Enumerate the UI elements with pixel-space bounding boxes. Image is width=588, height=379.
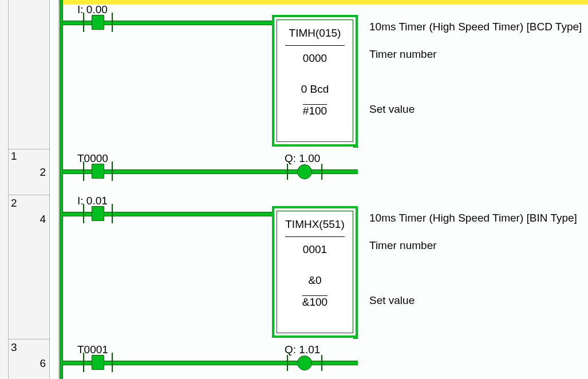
instruction-block-timh[interactable]: TIMH(015) 0000 0 Bcd #100 — [272, 15, 358, 147]
contact-label: T0001 — [77, 344, 108, 356]
block-comment: Timer number — [369, 239, 437, 252]
step-number: 6 — [40, 357, 46, 370]
gutter-left-edge — [0, 0, 9, 379]
block-param2a: &0 — [277, 274, 353, 287]
block-comment: Set value — [369, 103, 415, 116]
left-power-rail — [60, 0, 63, 379]
rung-wire — [63, 169, 358, 174]
block-param1: 0001 — [277, 243, 353, 256]
block-comment: Timer number — [369, 48, 437, 61]
gutter-numbers: 1 2 2 4 3 6 — [9, 0, 50, 379]
rung-wire — [63, 361, 358, 365]
ladder-diagram: 1 2 2 4 3 6 I: 0.00 TIMH(015) 0000 0 Bcd… — [0, 0, 588, 379]
block-param1: 0000 — [277, 52, 353, 65]
block-title: TIMHX(551) — [277, 218, 353, 231]
step-number: 2 — [40, 166, 46, 179]
block-param2a: 0 Bcd — [277, 83, 353, 96]
contact-no[interactable] — [92, 164, 104, 179]
contact-label: T0000 — [77, 152, 108, 165]
rung-number: 1 — [11, 150, 17, 163]
contact-no[interactable] — [92, 206, 104, 221]
block-comment: 10ms Timer (High Speed Timer) [BCD Type] — [369, 21, 582, 33]
block-param2b: #100 — [277, 105, 353, 117]
contact-label: I: 0.00 — [77, 3, 108, 16]
diagram-area[interactable]: I: 0.00 TIMH(015) 0000 0 Bcd #100 10ms T… — [50, 0, 588, 379]
contact-no[interactable] — [92, 15, 104, 30]
output-coil[interactable] — [297, 164, 312, 179]
step-number: 4 — [40, 213, 46, 226]
instruction-block-timhx[interactable]: TIMHX(551) 0001 &0 &100 — [272, 206, 358, 338]
output-coil[interactable] — [297, 356, 312, 370]
coil-label: Q: 1.01 — [285, 344, 320, 356]
block-param2b: &100 — [277, 296, 353, 309]
selection-highlight — [59, 0, 588, 5]
rung-number: 3 — [11, 341, 17, 354]
contact-no[interactable] — [92, 355, 104, 370]
contact-label: I: 0.01 — [77, 195, 108, 207]
rung-number: 2 — [11, 197, 17, 210]
coil-label: Q: 1.00 — [285, 152, 320, 165]
block-comment: 10ms Timer (High Speed Timer) [BIN Type] — [369, 212, 577, 224]
block-comment: Set value — [369, 294, 415, 307]
block-title: TIMH(015) — [277, 27, 353, 40]
